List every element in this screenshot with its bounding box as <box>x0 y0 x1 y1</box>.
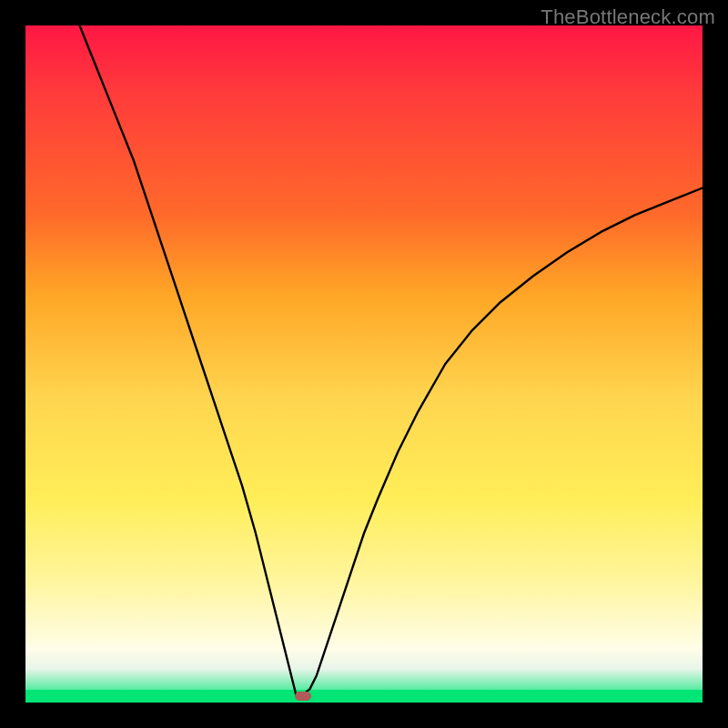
chart-frame: TheBottleneck.com <box>0 0 728 728</box>
minimum-marker <box>295 692 311 701</box>
bottleneck-curve-path <box>80 25 703 696</box>
bottleneck-curve-svg <box>25 25 703 703</box>
gradient-plot-area <box>25 25 703 703</box>
